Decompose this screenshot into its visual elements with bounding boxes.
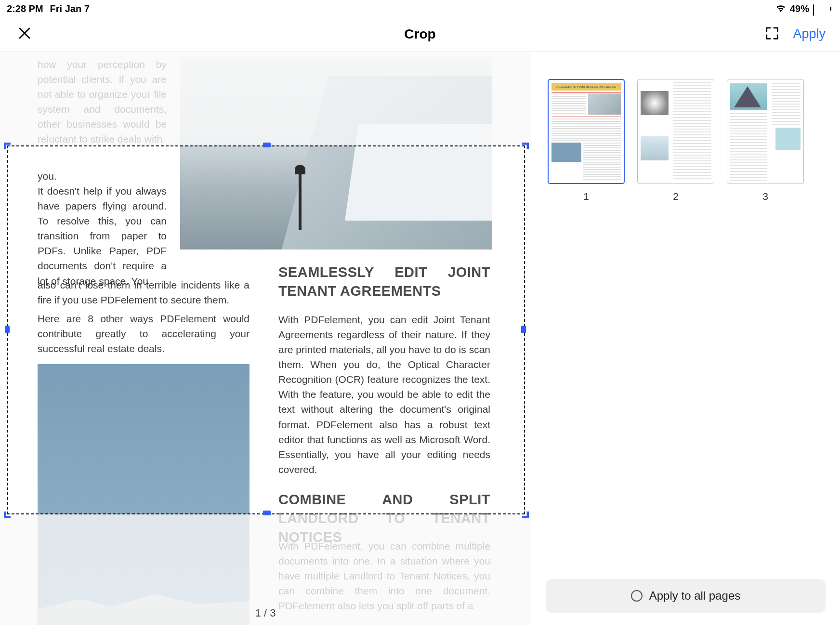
crop-dim-overlay bbox=[0, 52, 531, 145]
status-time: 2:28 PM bbox=[7, 3, 43, 14]
radio-unchecked-icon bbox=[631, 590, 643, 602]
toolbar: Crop Apply bbox=[0, 17, 840, 52]
page-title: Crop bbox=[404, 26, 435, 42]
battery-percent: 49% bbox=[790, 3, 809, 14]
document-text: With PDFelement, you can edit Joint Tena… bbox=[278, 312, 490, 477]
document-text: also can't lose them in terrible inciden… bbox=[38, 277, 249, 307]
crop-handle-bottom[interactable] bbox=[263, 511, 273, 520]
page-indicator: 1 / 3 bbox=[255, 607, 276, 619]
apply-all-label: Apply to all pages bbox=[649, 589, 740, 603]
status-date: Fri Jan 7 bbox=[50, 3, 90, 14]
crop-handle-bottom-left[interactable] bbox=[4, 509, 13, 518]
thumbnail-page-2[interactable] bbox=[637, 79, 714, 184]
close-button[interactable] bbox=[17, 26, 32, 42]
document-preview[interactable]: how your perception by potential clients… bbox=[0, 52, 531, 625]
document-text: Here are 8 other ways PDFelement would c… bbox=[38, 311, 249, 356]
thumbnails-panel: ACCELERATE YOUR REAL ESTATE DEALS 1 2 bbox=[531, 52, 840, 625]
apply-button[interactable]: Apply bbox=[793, 26, 826, 41]
thumbnail-label: 1 bbox=[583, 191, 589, 202]
crop-handle-top[interactable] bbox=[263, 143, 273, 152]
battery-icon bbox=[813, 5, 829, 13]
thumbnail-page-1[interactable]: ACCELERATE YOUR REAL ESTATE DEALS bbox=[548, 79, 625, 184]
wifi-icon bbox=[775, 3, 786, 14]
thumbnail-label: 3 bbox=[762, 191, 768, 202]
thumbnail-page-3[interactable] bbox=[727, 79, 804, 184]
document-heading: SEAMLESSLY EDIT JOINT TENANT AGREEMENTS bbox=[278, 263, 490, 301]
crop-handle-top-left[interactable] bbox=[4, 143, 13, 152]
document-text: you. It doesn't help if you always have … bbox=[38, 169, 167, 289]
apply-to-all-pages-button[interactable]: Apply to all pages bbox=[546, 579, 826, 613]
crop-handle-right[interactable] bbox=[521, 326, 531, 335]
crop-handle-bottom-right[interactable] bbox=[519, 509, 529, 518]
thumbnail-banner: ACCELERATE YOUR REAL ESTATE DEALS bbox=[551, 83, 621, 91]
expand-button[interactable] bbox=[765, 26, 779, 42]
crop-handle-top-right[interactable] bbox=[519, 143, 529, 152]
thumbnail-label: 2 bbox=[673, 191, 679, 202]
status-bar: 2:28 PM Fri Jan 7 49% bbox=[0, 0, 840, 17]
crop-handle-left[interactable] bbox=[5, 326, 14, 335]
